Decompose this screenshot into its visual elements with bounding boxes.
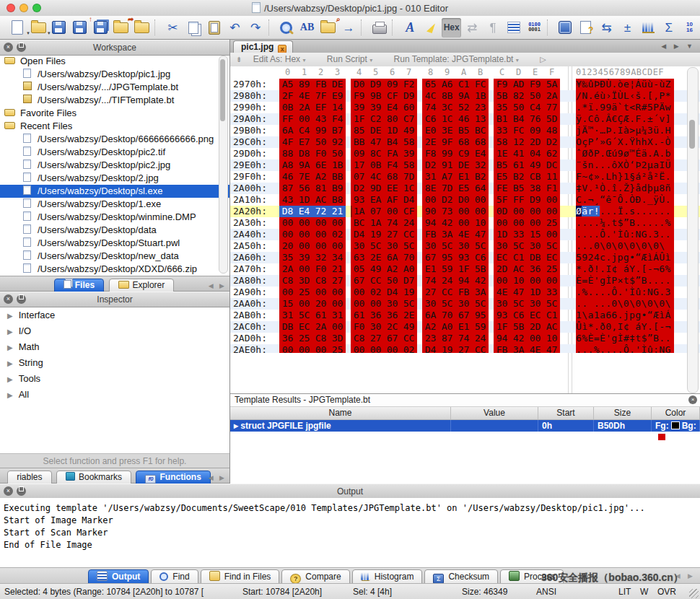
workspace-item[interactable]: /Users/wabzsy/Desktop/sl.exe [0,185,229,198]
hex-byte[interactable]: 81 [312,183,329,194]
hex-byte[interactable]: 87 [439,333,455,344]
hex-byte[interactable]: 1E [494,148,510,159]
hex-byte[interactable]: 09 [384,79,401,90]
hex-byte[interactable]: B5 [494,159,510,171]
hex-byte[interactable]: 00 [455,217,472,229]
hex-byte[interactable]: 25 [296,333,312,344]
hex-byte[interactable]: C8 [312,275,329,287]
hex-byte[interactable]: 00 [527,206,543,217]
hex-byte[interactable]: 1A [367,217,384,229]
hex-byte[interactable]: D9 [401,90,417,102]
hex-byte[interactable]: 63 [351,252,367,263]
hex-byte[interactable]: 2A [312,321,329,333]
open-folder-icon[interactable] [132,18,152,38]
print-icon[interactable] [369,18,389,38]
hex-byte[interactable]: 1D [527,287,543,298]
hex-byte[interactable]: B5 [455,125,472,136]
hex-byte[interactable]: 1D [494,229,510,240]
hex-byte[interactable]: 7F [312,90,329,102]
hex-byte[interactable]: AC [312,194,329,206]
hex-mode-button[interactable]: Hex [442,18,461,38]
hex-byte[interactable]: 31 [329,310,346,321]
ascii-text[interactable]: *.ð!.I¢ áY.[-¬6% [576,263,674,275]
hex-byte[interactable]: 0B [367,159,384,171]
hex-byte[interactable]: E9 [329,90,346,102]
hex-byte[interactable]: 1F [455,263,472,275]
hex-row[interactable]: 29E0h:A89A6E1B170BF458D291DE32B56149DC¨š… [230,159,700,171]
hex-scrollbar[interactable] [687,67,699,393]
hex-byte[interactable]: 10 [472,217,489,229]
hex-byte[interactable]: 49 [401,125,417,136]
ascii-text[interactable]: È=È'gÌP×t$”B.... [576,275,674,287]
hex-byte[interactable]: 00 [296,344,312,353]
hex-byte[interactable]: 2E [422,136,439,148]
hex-byte[interactable]: 00 [527,217,543,229]
hex-byte[interactable]: 74 [384,217,401,229]
ascii-text[interactable]: 6%È=È'gÌ#‡t$”B.. [576,333,674,344]
hex-byte[interactable]: 7D [401,171,417,183]
collapse-bar-icon[interactable]: ⇟ [236,56,242,64]
hex-byte[interactable]: 00 [329,287,346,298]
expand-arrow-icon[interactable]: ▶ [7,312,13,320]
hex-byte[interactable]: 74 [455,333,472,344]
hex-byte[interactable]: 00 [329,298,346,310]
ascii-text[interactable]: .*ï.99ä`t<R#5PÄw [576,102,674,113]
ascii-text[interactable]: 5924c.jpg•“ÆìÁÛì [576,252,674,263]
hex-byte[interactable]: 00 [312,287,329,298]
hex-byte[interactable]: 67 [384,333,401,344]
ascii-text[interactable]: OçP’»G´X.ŸhhX.-Ò [576,136,674,148]
hex-byte[interactable]: 1D [384,125,401,136]
hex-byte[interactable]: EC [527,310,543,321]
hex-byte[interactable]: 24 [439,275,455,287]
hex-byte[interactable]: F8 [422,148,439,159]
hex-byte[interactable]: 61 [510,159,527,171]
hex-byte[interactable]: D4 [422,344,439,353]
hex-byte[interactable]: 5B [494,90,510,102]
hex-byte[interactable]: 00 [384,206,401,217]
hex-byte[interactable]: 6A [384,252,401,263]
hex-byte[interactable]: 48 [543,125,560,136]
hex-byte[interactable]: 49 [367,263,384,275]
hex-byte[interactable]: C1 [510,252,527,263]
workspace-item[interactable]: Recent Files [0,120,229,133]
hex-byte[interactable]: 52 [455,102,472,113]
hex-byte[interactable]: 80 [384,113,401,125]
workspace-item[interactable]: /Users/wabzsy/.../JPGTemplate.bt [0,81,229,94]
hex-byte[interactable]: 88 [279,148,296,159]
hex-row[interactable]: 29B0h:6AC499B785DE1D49E03EB5BC33FC0948jÄ… [230,125,700,136]
workspace-item[interactable]: /Users/wabzsy/Desktop/data [0,224,229,237]
hex-byte[interactable]: 2E [401,310,417,321]
hex-byte[interactable]: 3A [472,287,489,298]
hex-byte[interactable]: 1C [401,183,417,194]
hex-byte[interactable]: 23 [422,333,439,344]
hex-byte[interactable]: 82 [510,90,527,102]
ascii-text[interactable]: ˆØðP.Œú9ø™Éä.A.b [576,148,674,159]
hex-byte[interactable]: 33 [543,287,560,298]
hex-byte[interactable]: 00 [329,217,346,229]
hex-byte[interactable]: 92 [329,136,346,148]
hex-byte[interactable]: 00 [510,217,527,229]
hex-byte[interactable]: A2 [422,321,439,333]
hex-byte[interactable]: 93 [455,252,472,263]
hex-byte[interactable]: CC [401,229,417,240]
hex-row[interactable]: 2980h:2F4E7FE9F99BCFD94C8B9A1B5B82502A/N… [230,90,700,102]
hex-byte[interactable]: 50 [510,102,527,113]
hex-byte[interactable]: 42 [472,275,489,287]
hex-byte[interactable]: C2 [367,113,384,125]
inspector-category-interface[interactable]: ▶Interface [0,307,229,323]
tab-scroll-arrows[interactable]: ◀ ▶ [209,282,227,289]
ascii-text[interactable]: ....Ô.'Ìû:NG.3.. [576,229,674,240]
hex-byte[interactable]: 47 [510,287,527,298]
workspace-item[interactable]: /Users/wabzsy/Desktop/new_data [0,250,229,263]
hex-byte[interactable]: 56 [296,183,312,194]
replace-icon[interactable]: AB [297,18,317,38]
hex-byte[interactable]: 02 [401,344,417,353]
hex-byte[interactable]: 00 [510,206,527,217]
calculator-icon[interactable] [556,18,575,38]
ascii-text[interactable]: ¨šn...ôXÒ‘Þ2µaIÜ [576,159,674,171]
hex-byte[interactable]: 00 [329,240,346,252]
hex-byte[interactable]: D0 [351,79,367,90]
hex-byte[interactable]: 00 [527,275,543,287]
hex-byte[interactable]: EC [296,321,312,333]
hex-byte[interactable]: 00 [351,287,367,298]
